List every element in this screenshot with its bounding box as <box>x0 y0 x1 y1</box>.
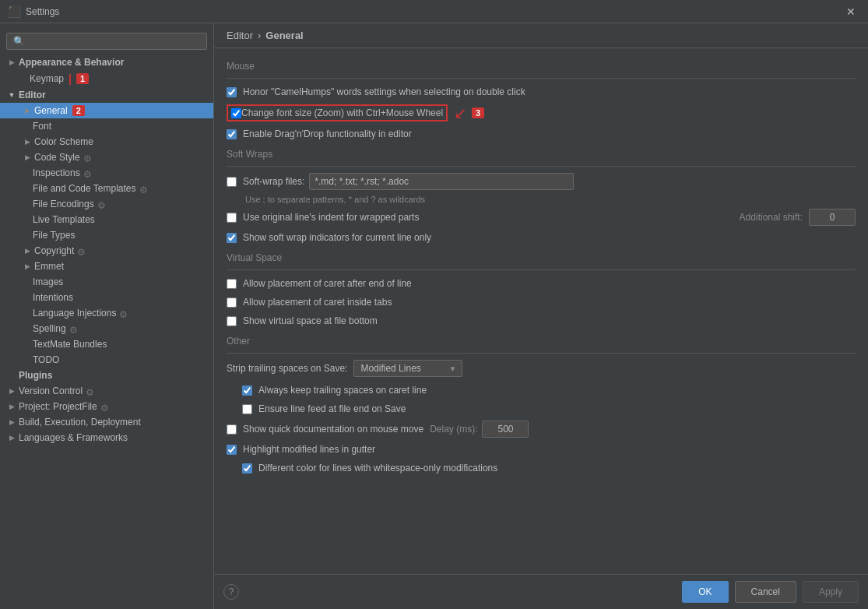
sidebar-item-todo[interactable]: TODO <box>0 352 213 368</box>
sidebar-item-languages[interactable]: ▶ Languages & Frameworks <box>0 430 213 445</box>
caret-end-checkbox[interactable] <box>227 279 237 289</box>
sidebar-item-file-code-templates[interactable]: File and Code Templates ⚙ <box>0 181 213 196</box>
sidebar-item-label: Appearance & Behavior <box>19 57 124 68</box>
sidebar-item-label: Color Scheme <box>34 136 93 147</box>
show-soft-wrap-row: Show soft wrap indicators for current li… <box>227 231 856 245</box>
breadcrumb-current: General <box>265 30 303 41</box>
sidebar-item-file-encodings[interactable]: File Encodings ⚙ <box>0 196 213 212</box>
sidebar-item-label: Emmet <box>34 261 64 272</box>
highlight-modified-checkbox[interactable] <box>227 445 237 455</box>
always-keep-trailing-checkbox[interactable] <box>242 385 252 396</box>
virtual-space-bottom-checkbox[interactable] <box>227 316 237 326</box>
gear-icon: ⚙ <box>97 200 105 208</box>
sidebar-item-label: Build, Execution, Deployment <box>19 417 141 428</box>
quick-doc-row: Show quick documentation on mouse move D… <box>227 421 856 438</box>
strip-trailing-dropdown[interactable]: None All Modified Lines <box>353 360 462 377</box>
mouse-section-label: Mouse <box>227 61 856 72</box>
arrow-icon: ▶ <box>6 403 17 410</box>
sidebar-item-label: Code Style <box>34 152 80 163</box>
delay-input[interactable] <box>482 421 529 438</box>
sidebar-item-keymap[interactable]: Keymap | 1 <box>0 70 213 87</box>
caret-tabs-label: Allow placement of caret inside tabs <box>243 297 392 308</box>
sidebar-item-label: Plugins <box>19 370 52 381</box>
use-original-indent-label: Use original line's indent for wrapped p… <box>243 212 740 223</box>
titlebar: ⬛ Settings ✕ <box>0 0 868 23</box>
zoom-ctrl-highlight-box: Change font size (Zoom) with Ctrl+Mouse … <box>227 104 448 121</box>
sidebar-item-label: General <box>34 105 68 116</box>
gear-icon: ⚙ <box>83 169 91 177</box>
arrow-icon: ▶ <box>22 262 33 270</box>
sidebar-item-code-style[interactable]: ▶ Code Style ⚙ <box>0 150 213 165</box>
cancel-button[interactable]: Cancel <box>735 581 796 603</box>
show-soft-wrap-checkbox[interactable] <box>227 233 237 243</box>
sidebar-item-textmate[interactable]: TextMate Bundles <box>0 336 213 352</box>
ok-button[interactable]: OK <box>682 581 728 603</box>
soft-wrap-files-checkbox[interactable] <box>227 177 237 187</box>
help-icon-wrapper: ? <box>223 581 239 603</box>
arrow-icon: ▶ <box>22 153 33 161</box>
sidebar-item-label: Inspections <box>33 167 80 178</box>
delay-label: Delay (ms): <box>430 424 477 435</box>
search-input[interactable] <box>6 33 207 50</box>
drag-drop-checkbox[interactable] <box>227 129 237 139</box>
show-quick-doc-checkbox[interactable] <box>227 424 237 435</box>
ensure-line-feed-checkbox[interactable] <box>242 404 252 414</box>
camel-humps-checkbox[interactable] <box>227 87 237 97</box>
always-keep-trailing-row: Always keep trailing spaces on caret lin… <box>227 383 856 397</box>
content-scroll: Mouse Honor "CamelHumps" words settings … <box>214 48 868 574</box>
zoom-ctrl-checkbox[interactable] <box>231 108 241 118</box>
zoom-ctrl-label: Change font size (Zoom) with Ctrl+Mouse … <box>241 107 443 118</box>
different-color-checkbox[interactable] <box>242 463 252 473</box>
virtual-space-bottom-row: Show virtual space at file bottom <box>227 314 856 328</box>
sidebar-item-live-templates[interactable]: Live Templates <box>0 212 213 227</box>
sidebar-item-color-scheme[interactable]: ▶ Color Scheme <box>0 134 213 150</box>
sidebar-item-file-types[interactable]: File Types <box>0 227 213 243</box>
sidebar-item-label: Copyright <box>34 245 74 256</box>
sidebar-item-label: Images <box>33 276 63 287</box>
sidebar-item-font[interactable]: Font <box>0 118 213 134</box>
camel-humps-row: Honor "CamelHumps" words settings when s… <box>227 85 856 99</box>
ensure-line-feed-label: Ensure line feed at file end on Save <box>258 403 406 414</box>
breadcrumb-sep: › <box>258 30 261 41</box>
soft-wrap-files-label: Soft-wrap files: <box>243 176 304 187</box>
caret-tabs-checkbox[interactable] <box>227 297 237 308</box>
apply-button[interactable]: Apply <box>803 581 859 603</box>
sidebar-item-label: Editor <box>19 90 46 100</box>
virtual-space-section-label: Virtual Space <box>227 252 856 263</box>
sidebar-item-build[interactable]: ▶ Build, Execution, Deployment <box>0 414 213 430</box>
zoom-ctrl-row: Change font size (Zoom) with Ctrl+Mouse … <box>227 104 856 122</box>
sidebar-item-spelling[interactable]: Spelling ⚙ <box>0 321 213 336</box>
sidebar-item-inspections[interactable]: Inspections ⚙ <box>0 165 213 181</box>
other-section-label: Other <box>227 336 856 347</box>
sidebar-item-intentions[interactable]: Intentions <box>0 290 213 305</box>
sidebar-item-version-control[interactable]: ▶ Version Control ⚙ <box>0 383 213 399</box>
sidebar-item-label: Spelling <box>33 323 66 334</box>
sidebar-item-label: Languages & Frameworks <box>19 432 128 443</box>
additional-shift-input[interactable] <box>809 209 856 226</box>
sidebar-item-editor[interactable]: ▼ Editor <box>0 87 213 103</box>
caret-end-row: Allow placement of caret after end of li… <box>227 276 856 290</box>
ensure-line-feed-row: Ensure line feed at file end on Save <box>227 402 856 416</box>
sidebar-item-project[interactable]: ▶ Project: ProjectFile ⚙ <box>0 399 213 414</box>
badge-3: 3 <box>472 107 484 118</box>
arrow-icon: ▶ <box>6 434 17 442</box>
arrow-icon: ▼ <box>6 91 17 99</box>
sidebar-item-language-injections[interactable]: Language Injections ⚙ <box>0 305 213 321</box>
arrow-icon: ▶ <box>6 418 17 426</box>
breadcrumb-parent: Editor <box>227 30 253 41</box>
help-icon[interactable]: ? <box>223 584 239 600</box>
app-icon: ⬛ <box>8 5 21 18</box>
sidebar-item-images[interactable]: Images <box>0 274 213 290</box>
badge-2: 2 <box>72 105 85 116</box>
different-color-label: Different color for lines with whitespac… <box>258 463 497 473</box>
sidebar-item-general[interactable]: ▶ General 2 <box>0 103 213 118</box>
close-button[interactable]: ✕ <box>842 4 860 19</box>
sidebar-item-plugins[interactable]: Plugins <box>0 368 213 383</box>
gear-icon: ⚙ <box>86 387 93 395</box>
sidebar-item-appearance[interactable]: ▶ Appearance & Behavior <box>0 55 213 70</box>
sidebar-item-copyright[interactable]: ▶ Copyright ⚙ <box>0 243 213 259</box>
soft-wrap-input[interactable] <box>309 173 574 190</box>
use-original-indent-checkbox[interactable] <box>227 213 237 223</box>
annotation-1: | <box>69 72 72 85</box>
sidebar-item-emmet[interactable]: ▶ Emmet <box>0 259 213 274</box>
